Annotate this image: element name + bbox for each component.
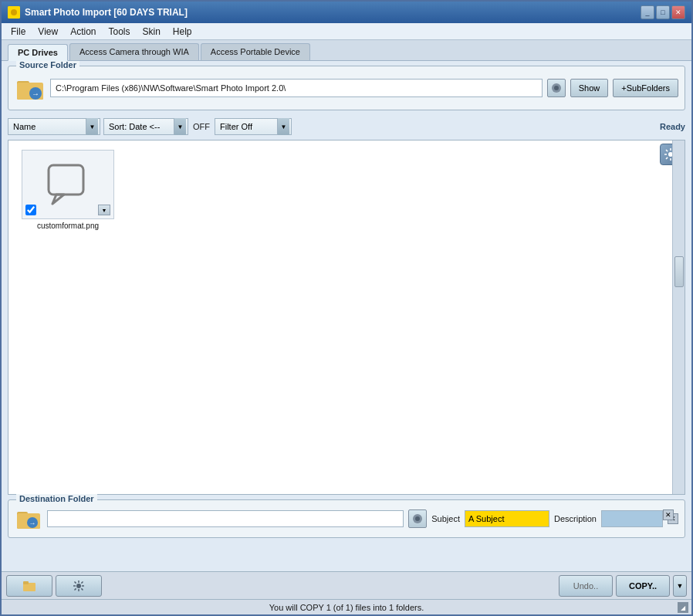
filter-combo-label: Filter Off (217, 122, 277, 131)
status-text: You will COPY 1 (of 1) files into 1 fold… (269, 603, 424, 612)
thumbnail-checkbox[interactable] (25, 205, 36, 215)
svg-rect-9 (49, 165, 83, 195)
svg-line-37 (75, 588, 76, 590)
source-path-input[interactable] (50, 79, 543, 97)
thumbnail-dropdown-button[interactable]: ▼ (98, 205, 110, 215)
svg-text:→: → (29, 520, 36, 527)
image-grid: ▼ customformat.png (8, 140, 685, 494)
menu-skin[interactable]: Skin (137, 25, 167, 39)
svg-rect-28 (23, 581, 29, 584)
scroll-thumb[interactable] (674, 256, 684, 287)
svg-line-35 (81, 588, 83, 590)
settings-button[interactable] (56, 575, 102, 597)
destination-close-x-button[interactable]: ✕ (663, 509, 674, 520)
list-item: ▼ customformat.png (18, 150, 118, 230)
tab-portable-device[interactable]: Access Portable Device (201, 43, 310, 60)
thumbnail-image (45, 161, 91, 208)
window-title: Smart Photo Import [60 DAYS TRIAL] (25, 7, 641, 18)
app-icon (8, 6, 20, 19)
close-button[interactable]: ✕ (671, 5, 685, 19)
bottom-bar: Undo.. COPY.. ▼ (2, 571, 691, 599)
folder-button[interactable] (6, 575, 52, 597)
sort-combo[interactable]: Sort: Date <-- ▼ (103, 118, 188, 135)
menu-view[interactable]: View (32, 25, 64, 39)
thumbnail-filename: customformat.png (37, 222, 99, 230)
status-icon: ◢ (678, 602, 688, 613)
svg-point-8 (554, 86, 559, 90)
name-combo[interactable]: Name ▼ (8, 118, 100, 135)
filter-combo-arrow[interactable]: ▼ (277, 118, 289, 135)
browse-button[interactable] (547, 79, 566, 97)
destination-folder-label: Destination Folder (16, 494, 97, 503)
svg-point-29 (76, 584, 81, 588)
menu-file[interactable]: File (5, 25, 32, 39)
thumbnail-frame: ▼ (22, 150, 114, 219)
copy-dropdown-button[interactable]: ▼ (673, 575, 687, 597)
image-area: ▼ customformat.png (8, 140, 685, 495)
off-label: OFF (191, 122, 211, 131)
folder-icon: → (15, 73, 46, 103)
dest-browse-button[interactable] (408, 509, 427, 528)
svg-line-34 (75, 581, 76, 583)
svg-marker-10 (52, 195, 64, 204)
subfolders-button[interactable]: +SubFolders (613, 79, 678, 97)
destination-folder-icon: → (15, 505, 42, 533)
copy-button[interactable]: COPY.. (616, 575, 670, 597)
toolbar-row: Name ▼ Sort: Date <-- ▼ OFF Filter Off ▼… (8, 117, 685, 137)
sort-combo-arrow[interactable]: ▼ (174, 118, 186, 135)
tab-pc-drives[interactable]: PC Drives (8, 44, 68, 61)
menu-tools[interactable]: Tools (103, 25, 137, 39)
undo-button[interactable]: Undo.. (559, 575, 613, 597)
sort-combo-label: Sort: Date <-- (106, 122, 174, 131)
menu-bar: File View Action Tools Skin Help (2, 23, 691, 40)
source-folder-label: Source Folder (16, 61, 79, 69)
menu-help[interactable]: Help (167, 25, 198, 39)
maximize-button[interactable]: □ (656, 5, 670, 19)
source-folder-group: Source Folder → (8, 66, 685, 110)
filter-combo[interactable]: Filter Off ▼ (215, 118, 292, 135)
title-bar: Smart Photo Import [60 DAYS TRIAL] _ □ ✕ (2, 2, 691, 23)
toolbar-status: Ready (660, 122, 685, 131)
tab-camera-wia[interactable]: Access Camera through WIA (69, 43, 199, 60)
main-content: Source Folder → (2, 61, 691, 571)
description-input[interactable] (601, 510, 663, 527)
destination-folder-group: Destination Folder → (8, 499, 685, 538)
svg-point-26 (415, 516, 420, 521)
subject-input[interactable] (465, 510, 549, 527)
name-combo-label: Name (10, 122, 86, 131)
menu-action[interactable]: Action (64, 25, 102, 39)
window-controls: _ □ ✕ (641, 5, 685, 19)
svg-line-36 (81, 581, 83, 583)
destination-path-input[interactable] (47, 510, 404, 527)
scrollbar[interactable] (672, 140, 685, 494)
description-label: Description (554, 514, 597, 523)
status-bar: You will COPY 1 (of 1) files into 1 fold… (2, 599, 691, 614)
show-button[interactable]: Show (570, 79, 609, 97)
subject-label: Subject (431, 514, 460, 523)
svg-line-16 (666, 150, 668, 151)
svg-line-19 (666, 157, 668, 159)
tab-bar: PC Drives Access Camera through WIA Acce… (2, 40, 691, 61)
minimize-button[interactable]: _ (641, 5, 654, 19)
svg-point-1 (11, 9, 17, 15)
name-combo-arrow[interactable]: ▼ (86, 118, 98, 135)
svg-text:→: → (32, 90, 39, 98)
